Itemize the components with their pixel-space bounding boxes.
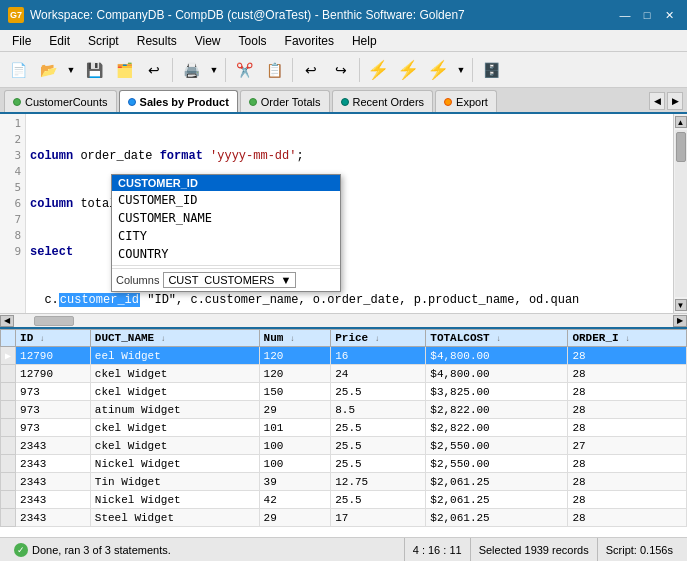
back-button[interactable]: ↩: [140, 56, 168, 84]
table-row[interactable]: 973 ckel Widget 101 25.5 $2,822.00 28: [1, 419, 687, 437]
tabs-scroll-right[interactable]: ▶: [667, 92, 683, 110]
cell-cost-9: $2,061.25: [426, 509, 568, 527]
save-all-button[interactable]: 🗂️: [110, 56, 138, 84]
row-indicator-0: ▶: [1, 347, 16, 365]
print-dropdown[interactable]: ▼: [207, 56, 221, 84]
tab-dot-customer-counts: [13, 98, 21, 106]
execute2-button[interactable]: ⚡: [394, 56, 422, 84]
status-bar: ✓ Done, ran 3 of 3 statements. 4 : 16 : …: [0, 537, 687, 561]
editor-h-scrollbar[interactable]: ◀ ▶: [0, 313, 687, 327]
copy-button[interactable]: 📋: [260, 56, 288, 84]
db-button[interactable]: 🗄️: [477, 56, 505, 84]
status-position-segment: 4 : 16 : 11: [405, 538, 471, 561]
col-totalcost[interactable]: TOTALCOST ↓: [426, 330, 568, 347]
separator-4: [359, 58, 360, 82]
line-num-4: 4: [0, 164, 25, 180]
execute-button[interactable]: ⚡: [364, 56, 392, 84]
undo-button[interactable]: ↩: [297, 56, 325, 84]
h-scroll-right-button[interactable]: ▶: [673, 315, 687, 327]
menu-script[interactable]: Script: [80, 32, 127, 50]
cell-price-7: 12.75: [331, 473, 426, 491]
table-header-row: ID ↓ DUCT_NAME ↓ Num ↓ Price ↓ TOTALCOST…: [1, 330, 687, 347]
open-button[interactable]: 📂: [34, 56, 62, 84]
tabs-scroll-left[interactable]: ◀: [649, 92, 665, 110]
col-price[interactable]: Price ↓: [331, 330, 426, 347]
title-bar: G7 Workspace: CompanyDB - CompDB (cust@O…: [0, 0, 687, 30]
scroll-down-button[interactable]: ▼: [675, 299, 687, 311]
maximize-button[interactable]: □: [637, 5, 657, 25]
editor-gutter: 1 2 3 4 5 6 7 8 9: [0, 114, 26, 313]
col-num[interactable]: Num ↓: [259, 330, 331, 347]
execute3-button[interactable]: ⚡: [424, 56, 452, 84]
autocomplete-item-3[interactable]: COUNTRY: [112, 245, 340, 263]
autocomplete-table-dropdown[interactable]: CUST CUSTOMERS ▼: [163, 272, 296, 288]
title-bar-controls: — □ ✕: [615, 5, 679, 25]
autocomplete-item-1[interactable]: CUSTOMER_NAME: [112, 209, 340, 227]
redo-button[interactable]: ↪: [327, 56, 355, 84]
cut-button[interactable]: ✂️: [230, 56, 258, 84]
col-product-name[interactable]: DUCT_NAME ↓: [90, 330, 259, 347]
cell-id-6: 2343: [16, 455, 91, 473]
cell-price-6: 25.5: [331, 455, 426, 473]
title-bar-left: G7 Workspace: CompanyDB - CompDB (cust@O…: [8, 7, 465, 23]
scroll-up-button[interactable]: ▲: [675, 116, 687, 128]
menu-help[interactable]: Help: [344, 32, 385, 50]
row-indicator-1: [1, 365, 16, 383]
cell-id-1: 12790: [16, 365, 91, 383]
col-id[interactable]: ID ↓: [16, 330, 91, 347]
menu-edit[interactable]: Edit: [41, 32, 78, 50]
tab-order-totals[interactable]: Order Totals: [240, 90, 330, 112]
grid-table[interactable]: ID ↓ DUCT_NAME ↓ Num ↓ Price ↓ TOTALCOST…: [0, 329, 687, 537]
table-row[interactable]: 973 atinum Widget 29 8.5 $2,822.00 28: [1, 401, 687, 419]
menu-favorites[interactable]: Favorites: [277, 32, 342, 50]
tab-export[interactable]: Export: [435, 90, 497, 112]
cell-oid-3: 28: [568, 401, 687, 419]
table-row[interactable]: 973 ckel Widget 150 25.5 $3,825.00 28: [1, 383, 687, 401]
cell-cost-1: $4,800.00: [426, 365, 568, 383]
table-row[interactable]: 12790 ckel Widget 120 24 $4,800.00 28: [1, 365, 687, 383]
autocomplete-item-2[interactable]: CITY: [112, 227, 340, 245]
dropdown-arrow-icon[interactable]: ▼: [280, 274, 291, 286]
close-button[interactable]: ✕: [659, 5, 679, 25]
menu-view[interactable]: View: [187, 32, 229, 50]
tab-recent-orders[interactable]: Recent Orders: [332, 90, 434, 112]
print-button[interactable]: 🖨️: [177, 56, 205, 84]
autocomplete-dropdown[interactable]: CUSTOMER_ID CUSTOMER_ID CUSTOMER_NAME CI…: [111, 174, 341, 292]
col-order-id[interactable]: ORDER_I ↓: [568, 330, 687, 347]
cell-price-4: 25.5: [331, 419, 426, 437]
open-dropdown[interactable]: ▼: [64, 56, 78, 84]
cell-price-5: 25.5: [331, 437, 426, 455]
cell-num-4: 101: [259, 419, 331, 437]
table-row[interactable]: ▶ 12790 eel Widget 120 16 $4,800.00 28: [1, 347, 687, 365]
scroll-thumb[interactable]: [676, 132, 686, 162]
new-button[interactable]: 📄: [4, 56, 32, 84]
tab-customer-counts[interactable]: CustomerCounts: [4, 90, 117, 112]
tab-label-recent-orders: Recent Orders: [353, 96, 425, 108]
cell-id-3: 973: [16, 401, 91, 419]
table-row[interactable]: 2343 Tin Widget 39 12.75 $2,061.25 28: [1, 473, 687, 491]
cell-product-5: ckel Widget: [90, 437, 259, 455]
table-row[interactable]: 2343 Steel Widget 29 17 $2,061.25 28: [1, 509, 687, 527]
h-scroll-thumb[interactable]: [34, 316, 74, 326]
minimize-button[interactable]: —: [615, 5, 635, 25]
save-button[interactable]: 💾: [80, 56, 108, 84]
h-scroll-left-button[interactable]: ◀: [0, 315, 14, 327]
tab-label-export: Export: [456, 96, 488, 108]
cell-id-2: 973: [16, 383, 91, 401]
tab-sales-by-product[interactable]: Sales by Product: [119, 90, 238, 112]
status-position: 4 : 16 : 11: [413, 544, 462, 556]
menu-file[interactable]: File: [4, 32, 39, 50]
menu-tools[interactable]: Tools: [231, 32, 275, 50]
editor-area[interactable]: 1 2 3 4 5 6 7 8 9 column order_date form…: [0, 114, 687, 313]
execute-dropdown[interactable]: ▼: [454, 56, 468, 84]
table-row[interactable]: 2343 Nickel Widget 100 25.5 $2,550.00 28: [1, 455, 687, 473]
table-row[interactable]: 2343 ckel Widget 100 25.5 $2,550.00 27: [1, 437, 687, 455]
status-message: Done, ran 3 of 3 statements.: [32, 544, 171, 556]
autocomplete-item-0[interactable]: CUSTOMER_ID: [112, 191, 340, 209]
vertical-scrollbar[interactable]: ▲ ▼: [673, 114, 687, 313]
editor-content[interactable]: column order_date format 'yyyy-mm-dd'; c…: [26, 114, 673, 313]
menu-results[interactable]: Results: [129, 32, 185, 50]
grid-tbody: ▶ 12790 eel Widget 120 16 $4,800.00 28 1…: [1, 347, 687, 527]
table-row[interactable]: 2343 Nickel Widget 42 25.5 $2,061.25 28: [1, 491, 687, 509]
cell-num-6: 100: [259, 455, 331, 473]
